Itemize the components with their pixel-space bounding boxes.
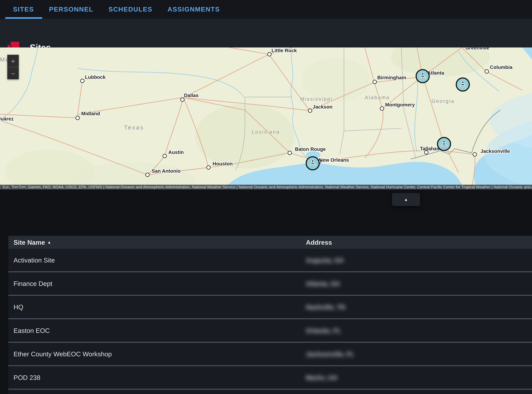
table-row: HQ Nashville, TN POSITIONS (30) SCHEDULE… (8, 296, 532, 319)
city-label: Dallas (184, 92, 198, 98)
site-name-cell: Easton EOC (14, 327, 50, 334)
city-label: New Orleans (319, 157, 349, 163)
site-address-redacted: Jacksonville, FL (306, 350, 389, 358)
city-label: Jacksonville (481, 148, 510, 154)
state-label: Louisiana (252, 129, 280, 135)
city-dot (485, 69, 489, 73)
traffic-cone-icon (459, 81, 467, 88)
traffic-cone-icon (309, 159, 317, 167)
city-label: Greenville (465, 47, 489, 51)
city-label: Midland (81, 111, 100, 116)
zoom-in-button[interactable]: + (7, 55, 19, 67)
city-label: Austin (168, 149, 184, 155)
site-cluster-marker[interactable] (415, 69, 430, 83)
city-label: Little Rock (272, 47, 297, 53)
column-header-address[interactable]: Address (306, 239, 332, 246)
city-dot (180, 98, 184, 102)
city-label: Lubbock (85, 74, 106, 80)
map-attribution: Esri, TomTom, Garmin, FAO, NOAA, USGS, E… (0, 185, 532, 189)
state-label: Texas (124, 124, 144, 130)
state-label: Alabama (365, 94, 390, 100)
tab-personnel[interactable]: PERSONNEL (49, 0, 93, 19)
state-label: Georgia (431, 98, 455, 104)
app-window: SITESPERSONNELSCHEDULESASSIGNMENTS Sites… (0, 0, 532, 394)
tab-schedules[interactable]: SCHEDULES (108, 0, 152, 19)
map-zoom-control: + − (7, 55, 19, 79)
site-address-redacted: Orlando, FL (306, 327, 389, 334)
city-label: Columbia (490, 64, 512, 70)
map-basemap (0, 47, 532, 189)
traffic-cone-icon (419, 72, 426, 80)
state-label: Mississippi (300, 96, 333, 102)
city-dot (162, 154, 167, 158)
city-label: Baton Rouge (295, 146, 326, 152)
traffic-cone-icon (440, 140, 448, 148)
city-dot (288, 151, 292, 155)
table-row: POD 238 Martin, GA POSITIONS (6) SCHEDUL… (8, 366, 532, 390)
site-cluster-marker[interactable] (437, 137, 451, 151)
table-body: Activation Site Augusta, GA POSITIONS (8… (8, 249, 532, 390)
city-label: Birmingham (377, 75, 406, 80)
city-dot (267, 52, 272, 56)
city-dot (424, 150, 428, 155)
table-header: Site Name▲ Address (8, 236, 532, 249)
site-address-redacted: Martin, GA (306, 374, 389, 381)
site-address-redacted: Nashville, TN (306, 303, 389, 311)
site-address-redacted: Augusta, GA (306, 256, 389, 264)
page-header: Sites DAILY OPERATIONS CREATE NEW + SEAR… (0, 19, 532, 47)
city-label: Atlanta (427, 70, 444, 76)
site-cluster-marker[interactable] (306, 156, 320, 170)
city-label: Jackson (313, 104, 333, 110)
table-row: Ether County WebEOC Workshop Jacksonvill… (8, 343, 532, 366)
zoom-out-button[interactable]: − (7, 67, 19, 79)
map-canvas[interactable]: Little RockGreenvilleColumbiaBirminghamA… (0, 47, 532, 189)
sites-table: Site Name▲ Address Activation Site Augus… (8, 236, 532, 394)
city-label: San Antonio (152, 168, 181, 174)
site-name-cell: POD 238 (14, 374, 40, 381)
column-header-site-name[interactable]: Site Name▲ (14, 239, 51, 246)
collapse-map-button[interactable]: ▲ (392, 193, 420, 206)
city-dot (308, 109, 312, 113)
city-dot (373, 80, 377, 84)
city-dot (80, 79, 84, 83)
attribution-text: Esri, TomTom, Garmin, FAO, NOAA, USGS, E… (3, 185, 532, 189)
site-name-header-label: Site Name (14, 239, 45, 246)
city-dot (380, 106, 384, 111)
site-name-cell: Ether County WebEOC Workshop (14, 350, 112, 358)
tab-assignments[interactable]: ASSIGNMENTS (167, 0, 220, 19)
city-label: Juárez (0, 116, 14, 122)
table-row: Finance Dept Atlanta, GA POSITIONS (4) S… (8, 272, 532, 296)
site-address-redacted: Atlanta, GA (306, 280, 389, 287)
city-dot (76, 116, 80, 120)
top-nav: SITESPERSONNELSCHEDULESASSIGNMENTS (0, 0, 532, 19)
city-label: Houston (213, 161, 233, 166)
city-dot (473, 152, 477, 156)
site-cluster-marker[interactable] (456, 78, 470, 92)
city-dot (206, 166, 211, 170)
tab-sites[interactable]: SITES (13, 0, 34, 19)
site-name-cell: Finance Dept (14, 280, 52, 287)
city-label: Montgomery (385, 102, 415, 108)
city-dot (146, 173, 150, 177)
chevron-up-icon: ▲ (404, 197, 408, 202)
table-row-partial (8, 390, 532, 394)
sort-asc-icon: ▲ (47, 240, 51, 244)
site-name-cell: HQ (14, 303, 23, 311)
table-row: Easton EOC Orlando, FL POSITIONS (2) SCH… (8, 319, 532, 343)
site-name-cell: Activation Site (14, 256, 55, 264)
nav-tabs: SITESPERSONNELSCHEDULESASSIGNMENTS (13, 0, 235, 19)
table-row: Activation Site Augusta, GA POSITIONS (8… (8, 249, 532, 272)
